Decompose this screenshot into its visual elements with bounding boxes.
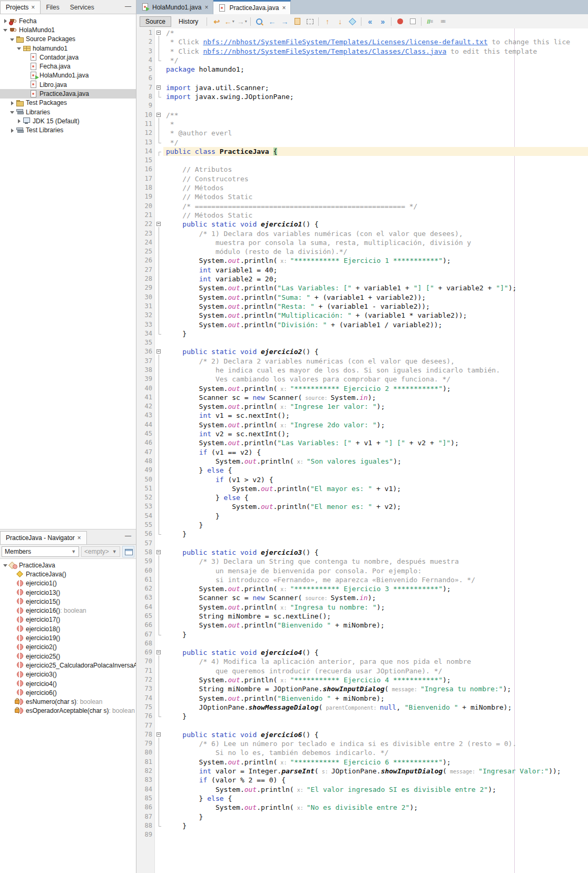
code-text[interactable]: System.out.println("División: " + (varia… (163, 320, 588, 329)
close-icon[interactable]: × (31, 4, 35, 11)
line-number[interactable]: 75 (136, 703, 154, 712)
code-text[interactable]: // Construcotres (163, 174, 588, 183)
code-text[interactable]: public class PracticeJava { (163, 147, 588, 156)
members-dropdown[interactable]: Members ▼ (2, 546, 79, 557)
member-item-ejercicio3[interactable]: ejercicio3() (0, 670, 136, 679)
line-number[interactable]: 81 (136, 758, 154, 767)
line-number[interactable]: 13 (136, 138, 154, 147)
line-number[interactable]: 12 (136, 129, 154, 138)
code-text[interactable]: // Atributos (163, 165, 588, 174)
code-text[interactable] (163, 539, 588, 548)
line-number[interactable]: 37 (136, 357, 154, 366)
code-text[interactable]: */ (163, 138, 588, 147)
line-number[interactable]: 69 (136, 648, 154, 657)
next-occurrence-icon[interactable] (334, 16, 346, 27)
code-text[interactable]: import javax.swing.JOptionPane; (163, 92, 588, 101)
jump-last-edit-icon[interactable] (210, 16, 223, 27)
member-item-esnumero-char-s[interactable]: esNumero(char s) : boolean (0, 697, 136, 706)
code-editor[interactable]: 1/*2 * Click nbfs://nbhost/SystemFileSys… (136, 28, 588, 873)
code-text[interactable]: /* 3) Declara un String que contenga tu … (163, 557, 588, 566)
code-text[interactable]: System.out.println( x: "Ingresa tu nombr… (163, 603, 588, 612)
line-number[interactable]: 32 (136, 311, 154, 320)
code-text[interactable]: Scanner sc = new Scanner( source: System… (163, 593, 588, 602)
previous-occurrence-icon[interactable] (321, 16, 334, 27)
line-number[interactable]: 83 (136, 776, 154, 784)
line-number[interactable]: 57 (136, 539, 154, 548)
line-number[interactable]: 79 (136, 739, 154, 748)
line-number[interactable]: 85 (136, 794, 154, 803)
line-number[interactable]: 58 (136, 548, 154, 557)
expander-icon[interactable] (16, 44, 23, 53)
tree-item-fecha-java[interactable]: Fecha.java (0, 62, 136, 71)
code-text[interactable]: * (163, 120, 588, 129)
line-number[interactable]: 74 (136, 694, 154, 703)
tree-item-libro-java[interactable]: Libro.java (0, 80, 136, 89)
minimize-icon[interactable] (123, 532, 133, 540)
code-text[interactable]: System.out.println( x: "*********** Ejer… (163, 384, 588, 393)
line-number[interactable]: 36 (136, 347, 154, 356)
tree-item-holamundo1[interactable]: HolaMundo1 (0, 25, 136, 34)
code-text[interactable]: System.out.println( x: "No es divisible … (163, 803, 588, 812)
expander-icon[interactable] (9, 99, 16, 107)
line-number[interactable]: 8 (136, 92, 154, 101)
code-text[interactable]: public static void ejercicio4() { (163, 648, 588, 657)
history-view-button[interactable]: History (173, 17, 203, 26)
tree-item-test-packages[interactable]: Test Packages (0, 99, 136, 107)
member-item-ejercicio25-calculadorapolacainversaa[interactable]: ejercicio25_CalculadoraPolacaInversaA (0, 661, 136, 670)
code-text[interactable]: System.out.println("El menor es: " + v2)… (163, 502, 588, 511)
line-number[interactable]: 88 (136, 821, 154, 830)
line-number[interactable]: 53 (136, 502, 154, 511)
line-number[interactable]: 20 (136, 202, 154, 211)
line-number[interactable]: 24 (136, 238, 154, 247)
line-number[interactable]: 10 (136, 111, 154, 120)
member-item-esoperadoraceptable-char-s[interactable]: esOperadorAceptable(char s) : boolean (0, 707, 136, 715)
line-number[interactable]: 42 (136, 402, 154, 411)
line-number[interactable]: 34 (136, 329, 154, 338)
code-text[interactable]: System.out.println( x: "*********** Ejer… (163, 256, 588, 265)
line-number[interactable]: 38 (136, 366, 154, 375)
code-text[interactable] (163, 721, 588, 730)
code-text[interactable]: * Click nbfs://nbhost/SystemFileSystem/T… (163, 47, 588, 56)
code-text[interactable]: if (v1 > v2) { (163, 475, 588, 484)
line-number[interactable]: 45 (136, 429, 154, 438)
member-item-ejercicio25[interactable]: ejercicio25() (0, 652, 136, 661)
code-text[interactable]: System.out.println( x: "Ingrese 1er valo… (163, 402, 588, 411)
code-text[interactable]: } (163, 821, 588, 830)
stop-macro-icon[interactable] (406, 16, 419, 27)
line-number[interactable]: 62 (136, 584, 154, 593)
member-item-ejercicio17[interactable]: ejercicio17() (0, 615, 136, 624)
code-text[interactable] (163, 830, 588, 839)
code-text[interactable]: /* 1) Declara dos variables numéricas (c… (163, 229, 588, 238)
expander-icon[interactable] (9, 35, 16, 44)
member-item-practicejava[interactable]: PracticeJava (0, 561, 136, 570)
fold-toggle-icon[interactable] (154, 730, 163, 739)
line-number[interactable]: 29 (136, 283, 154, 292)
tab-services[interactable]: Services (65, 1, 100, 14)
filter-dropdown[interactable]: <empty> ▼ (81, 546, 120, 557)
line-number[interactable]: 15 (136, 156, 154, 165)
code-text[interactable]: /* 2) Declara 2 variables numéricas (con… (163, 357, 588, 366)
line-number[interactable]: 40 (136, 384, 154, 393)
code-text[interactable]: /* =====================================… (163, 202, 588, 211)
tree-item-holamundo1[interactable]: holamundo1 (0, 44, 136, 53)
code-text[interactable]: Ves cambiando los valores para comprobar… (163, 375, 588, 384)
line-number[interactable]: 52 (136, 493, 154, 502)
line-number[interactable]: 18 (136, 183, 154, 192)
code-text[interactable]: que queremos introducir (recuerda usar J… (163, 666, 588, 675)
code-text[interactable]: System.out.println("Multiplicación: " + … (163, 311, 588, 320)
code-text[interactable]: // Métodos Static (163, 211, 588, 220)
tab-files[interactable]: Files (41, 1, 64, 14)
line-number[interactable]: 30 (136, 293, 154, 302)
line-number[interactable]: 11 (136, 120, 154, 129)
line-number[interactable]: 64 (136, 603, 154, 612)
code-text[interactable] (163, 156, 588, 165)
code-text[interactable]: si introduzco «Fernando», me aparezca «B… (163, 575, 588, 584)
source-view-button[interactable]: Source (140, 16, 171, 27)
code-text[interactable]: public static void ejercicio6() { (163, 730, 588, 739)
tree-item-jdk-15-default[interactable]: JDK 15 (Default) (0, 116, 136, 125)
line-number[interactable]: 3 (136, 47, 154, 56)
fold-toggle-icon[interactable] (154, 648, 163, 657)
expander-icon[interactable] (9, 107, 16, 116)
line-number[interactable]: 71 (136, 666, 154, 675)
code-text[interactable] (163, 338, 588, 347)
